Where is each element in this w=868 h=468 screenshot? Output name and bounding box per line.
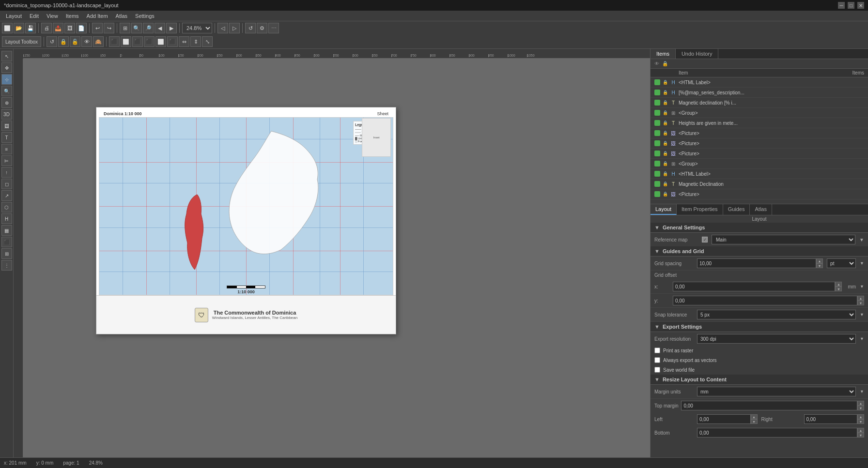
tab-undo-history[interactable]: Undo History (676, 49, 719, 59)
resize-header[interactable]: ▼ Resize Layout to Content (651, 375, 868, 385)
open-button[interactable]: 📂 (14, 23, 24, 33)
list-item[interactable]: 🔒 ⊞ <Group> (651, 159, 868, 169)
add-north-tool[interactable]: ↑ (1, 167, 12, 178)
bottom-input[interactable] (697, 428, 857, 438)
unlock-button[interactable]: 🔓 (70, 36, 80, 47)
list-item[interactable]: 🔒 🖼 <Picture> (651, 138, 868, 149)
spin-down[interactable]: ▼ (835, 287, 842, 291)
add-arrow-tool[interactable]: ↗ (1, 190, 12, 201)
offset-unit-dropdown[interactable]: ▼ (860, 284, 864, 289)
export-img-button[interactable]: 🖼 (64, 23, 75, 33)
pointer-tool[interactable]: ⊹ (1, 74, 12, 85)
add-group-tool[interactable]: ⬛ (1, 237, 12, 247)
margin-units-select[interactable]: mm (697, 387, 856, 396)
add-picture-tool[interactable]: 🖼 (1, 121, 12, 131)
select-tool[interactable]: ↖ (1, 51, 12, 61)
guides-grid-header[interactable]: ▼ Guides and Grid (651, 246, 868, 257)
grid-spacing-unit-select[interactable]: pt (827, 258, 856, 268)
print-button[interactable]: 🖨 (41, 23, 52, 33)
snap-tolerance-select[interactable]: 5 px (697, 310, 856, 319)
save-button[interactable]: 💾 (25, 23, 36, 33)
export-res-dropdown-icon[interactable]: ▼ (860, 336, 864, 341)
list-item[interactable]: 🔒 🖼 <Picture> (651, 189, 868, 199)
next-page-button[interactable]: ▶ (166, 23, 177, 33)
refresh-layout-button[interactable]: ↺ (46, 36, 57, 47)
add-node-tool[interactable]: ⬡ (1, 202, 12, 212)
export-res-select[interactable]: 300 dpi (697, 334, 856, 344)
spin-up[interactable]: ▲ (751, 414, 758, 419)
menu-items[interactable]: Items (62, 12, 83, 20)
grid-view-button[interactable]: ⊞ (1, 248, 12, 259)
lock-button[interactable]: 🔒 (58, 36, 69, 47)
align-br-button[interactable]: ⬛ (167, 36, 178, 47)
canvas-content[interactable]: Dominica 1:10 000 Sheet (23, 59, 650, 457)
spin-down[interactable]: ▼ (816, 263, 823, 268)
align-bc-button[interactable]: ⬜ (155, 36, 166, 47)
undo-button[interactable]: ↩ (92, 23, 103, 33)
resize-button[interactable]: ⤡ (202, 36, 213, 47)
menu-layout[interactable]: Layout (2, 12, 26, 20)
snap-dropdown-icon[interactable]: ▼ (860, 312, 864, 317)
distribute-h-button[interactable]: ⇔ (179, 36, 189, 47)
list-item[interactable]: 🔒 🖼 <Picture> (651, 149, 868, 159)
list-item[interactable]: 🔒 H [%@map_series_description... (651, 88, 868, 98)
menu-view[interactable]: View (43, 12, 62, 20)
align-tl-button[interactable]: ⬛ (109, 36, 120, 47)
spin-up[interactable]: ▲ (816, 258, 823, 263)
more-button[interactable]: ⋯ (268, 23, 279, 33)
list-item[interactable]: 🔒 H <HTML Label> (651, 169, 868, 179)
spin-up[interactable]: ▲ (857, 414, 864, 419)
list-item[interactable]: 🔒 ⊞ <Group> (651, 108, 868, 118)
new-button[interactable]: ⬜ (2, 23, 13, 33)
list-item[interactable]: 🔒 T Heights are given in mete... (651, 118, 868, 128)
spin-up[interactable]: ▲ (857, 296, 864, 301)
add-label-tool[interactable]: T (1, 132, 12, 143)
redo-button[interactable]: ↪ (104, 23, 114, 33)
show-all-button[interactable]: 👁 (81, 36, 92, 47)
distribute-v-button[interactable]: ⇕ (190, 36, 201, 47)
list-item[interactable]: 🔒 T Magnetic declination [% i... (651, 98, 868, 108)
grid-offset-x-input[interactable] (673, 282, 835, 291)
zoom-full-button[interactable]: ⊞ (120, 23, 130, 33)
spin-down[interactable]: ▼ (857, 419, 864, 424)
add-html-tool[interactable]: H (1, 213, 12, 224)
right-input[interactable] (804, 414, 858, 424)
grid-offset-y-input[interactable] (673, 296, 857, 305)
add-scalebar-tool[interactable]: ⊨ (1, 155, 12, 166)
align-tc-button[interactable]: ⬜ (121, 36, 131, 47)
spin-down[interactable]: ▼ (857, 301, 864, 305)
tab-item-properties[interactable]: Item Properties (677, 204, 723, 215)
add-3d-tool[interactable]: 3D (1, 109, 12, 120)
maximize-button[interactable]: □ (848, 2, 854, 9)
hide-all-button[interactable]: 🙈 (93, 36, 104, 47)
tab-atlas[interactable]: Atlas (750, 204, 772, 215)
export-settings-header[interactable]: ▼ Export Settings (651, 322, 868, 332)
unit-dropdown-icon[interactable]: ▼ (860, 261, 864, 266)
menu-settings[interactable]: Settings (131, 12, 158, 20)
align-tr-button[interactable]: ⬛ (132, 36, 143, 47)
tab-items[interactable]: Items (651, 49, 676, 59)
margin-units-dropdown[interactable]: ▼ (860, 389, 864, 394)
spin-up[interactable]: ▲ (857, 428, 864, 433)
list-item[interactable]: 🔒 🖼 <Picture> (651, 128, 868, 138)
close-button[interactable]: ✕ (857, 2, 864, 9)
spin-up[interactable]: ▲ (857, 401, 864, 406)
canvas-area[interactable]: -250 -200 -150 -100 -50 0 50 100 150 200… (14, 49, 650, 457)
left-input[interactable] (697, 414, 751, 424)
atlas-prev-button[interactable]: ◁ (217, 23, 228, 33)
menu-add-item[interactable]: Add Item (83, 12, 112, 20)
export-pdf-button[interactable]: 📄 (76, 23, 87, 33)
more-tools-button[interactable]: ⋮ (1, 260, 12, 271)
zoom-tool[interactable]: 🔍 (1, 86, 12, 96)
ref-map-dropdown-icon[interactable]: ▼ (859, 237, 864, 242)
always-export-vectors-checkbox[interactable] (654, 357, 660, 363)
list-item[interactable]: 🔒 T Magnetic Declination (651, 179, 868, 189)
menu-edit[interactable]: Edit (26, 12, 43, 20)
grid-spacing-input[interactable] (697, 258, 816, 268)
add-map-tool[interactable]: ⊕ (1, 97, 12, 108)
menu-atlas[interactable]: Atlas (112, 12, 131, 20)
reference-map-checkbox[interactable]: ✓ (702, 237, 708, 242)
list-item[interactable]: 🔒 H <HTML Label> (651, 77, 868, 88)
atlas-next-button[interactable]: ▷ (229, 23, 240, 33)
add-legend-tool[interactable]: ≡ (1, 144, 12, 154)
